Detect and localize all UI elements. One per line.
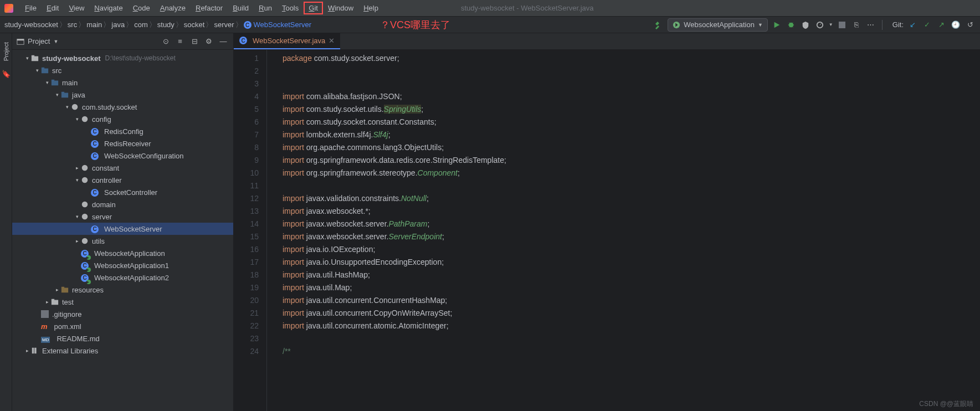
- code-line[interactable]: import org.springframework.stereotype.Co…: [283, 167, 506, 179]
- vcs-history-icon[interactable]: 🕘: [950, 19, 961, 30]
- editor-tab-active[interactable]: C WebSocketServer.java ✕: [234, 33, 340, 49]
- tree-node-resources[interactable]: ▸resources: [12, 284, 233, 296]
- code-line[interactable]: import java.util.concurrent.ConcurrentHa…: [283, 294, 506, 307]
- bookmarks-icon[interactable]: 🔖: [2, 70, 11, 78]
- tree-node-websocketapplication2[interactable]: C▶WebsocketApplication2: [12, 271, 233, 284]
- stop-button[interactable]: [837, 19, 848, 30]
- run-configuration-selector[interactable]: WebsocketApplication ▼: [668, 18, 768, 32]
- menu-item-refactor[interactable]: Refactor: [191, 2, 228, 14]
- select-opened-file-icon[interactable]: ⊙: [160, 36, 171, 47]
- tree-node-socketcontroller[interactable]: CSocketController: [12, 186, 233, 198]
- build-hammer-icon[interactable]: [653, 19, 664, 30]
- code-line[interactable]: import java.io.UnsupportedEncodingExcept…: [283, 256, 506, 269]
- tree-node-test[interactable]: ▸test: [12, 296, 233, 308]
- breadcrumb-segment[interactable]: src: [68, 20, 77, 29]
- code-line[interactable]: import java.util.concurrent.CopyOnWriteA…: [283, 307, 506, 320]
- breadcrumb-segment[interactable]: server: [214, 20, 234, 29]
- tree-arrow-icon[interactable]: ▸: [43, 299, 51, 305]
- tree-node-src[interactable]: ▾src: [12, 64, 233, 76]
- tree-arrow-icon[interactable]: ▾: [73, 177, 81, 183]
- expand-all-icon[interactable]: ≡: [175, 36, 186, 47]
- breadcrumb-segment[interactable]: com: [134, 20, 148, 29]
- collapse-all-icon[interactable]: ⊟: [189, 36, 200, 47]
- code-line[interactable]: import com.study.socket.utils.SpringUtil…: [283, 103, 506, 116]
- code-line[interactable]: import javax.validation.constraints.NotN…: [283, 192, 506, 205]
- tree-node-websocketserver[interactable]: CWebSocketServer: [12, 223, 233, 235]
- code-line[interactable]: /**: [283, 345, 506, 358]
- menu-item-view[interactable]: View: [64, 2, 89, 14]
- code-line[interactable]: import java.io.IOException;: [283, 243, 506, 256]
- tree-node-domain[interactable]: domain: [12, 198, 233, 210]
- code-editor[interactable]: 123456789101112131415161718192021222324 …: [234, 50, 980, 411]
- menu-item-analyze[interactable]: Analyze: [155, 2, 191, 14]
- run-button[interactable]: [771, 19, 782, 30]
- breadcrumb-segment[interactable]: java: [111, 20, 125, 29]
- tree-node-com-study-socket[interactable]: ▾com.study.socket: [12, 101, 233, 113]
- code-line[interactable]: import org.apache.commons.lang3.ObjectUt…: [283, 141, 506, 154]
- code-line[interactable]: package com.study.socket.server;: [283, 52, 506, 65]
- tree-node-utils[interactable]: ▸utils: [12, 235, 233, 247]
- tree-node-controller[interactable]: ▾controller: [12, 174, 233, 186]
- vcs-update-icon[interactable]: ↙: [907, 19, 918, 30]
- tree-node-main[interactable]: ▾main: [12, 76, 233, 89]
- tree-arrow-icon[interactable]: ▾: [53, 92, 61, 97]
- menu-item-navigate[interactable]: Navigate: [89, 2, 127, 14]
- code-line[interactable]: import lombok.extern.slf4j.Slf4j;: [283, 129, 506, 141]
- project-tree[interactable]: ▾study-websocketD:\test\study-websocket▾…: [12, 50, 233, 411]
- tree-arrow-icon[interactable]: ▾: [33, 68, 41, 73]
- tree-arrow-icon[interactable]: ▾: [63, 104, 71, 110]
- menu-item-window[interactable]: Window: [323, 2, 358, 14]
- breadcrumb-segment[interactable]: main: [86, 20, 102, 29]
- tree-arrow-icon[interactable]: ▸: [53, 287, 61, 292]
- code-line[interactable]: import java.util.Map;: [283, 281, 506, 294]
- code-line[interactable]: [283, 78, 506, 90]
- menu-item-code[interactable]: Code: [128, 2, 155, 14]
- tree-node-websocketapplication1[interactable]: C▶WebsocketApplication1: [12, 259, 233, 271]
- code-line[interactable]: [283, 179, 506, 192]
- tree-arrow-icon[interactable]: ▾: [73, 116, 81, 122]
- tree-node-readme-md[interactable]: MDREADME.md: [12, 332, 233, 345]
- profiler-button[interactable]: [814, 19, 825, 30]
- tree-arrow-icon[interactable]: ▾: [43, 80, 51, 85]
- close-tab-icon[interactable]: ✕: [329, 37, 335, 45]
- code-line[interactable]: import org.springframework.data.redis.co…: [283, 154, 506, 167]
- code-line[interactable]: import java.util.HashMap;: [283, 269, 506, 281]
- vcs-commit-icon[interactable]: ✓: [921, 19, 932, 30]
- menu-item-file[interactable]: File: [20, 2, 42, 14]
- coverage-button[interactable]: [800, 19, 811, 30]
- project-tool-tab[interactable]: Project: [2, 38, 11, 65]
- attach-button[interactable]: ⎘: [851, 19, 862, 30]
- tree-arrow-icon[interactable]: ▸: [73, 165, 81, 171]
- menu-item-build[interactable]: Build: [228, 2, 254, 14]
- code-line[interactable]: [283, 332, 506, 345]
- menu-item-help[interactable]: Help: [358, 2, 383, 14]
- code-line[interactable]: import javax.websocket.server.ServerEndp…: [283, 230, 506, 243]
- debug-button[interactable]: [786, 19, 797, 30]
- tree-node-constant[interactable]: ▸constant: [12, 162, 233, 174]
- hide-panel-icon[interactable]: —: [218, 36, 229, 47]
- menu-item-tools[interactable]: Tools: [277, 2, 304, 14]
- tree-node-config[interactable]: ▾config: [12, 113, 233, 125]
- settings-icon[interactable]: ⚙: [203, 36, 214, 47]
- tree-arrow-icon[interactable]: ▾: [73, 214, 81, 219]
- breadcrumb-segment[interactable]: study: [157, 20, 175, 29]
- tree-node-java[interactable]: ▾java: [12, 89, 233, 101]
- code-line[interactable]: import com.alibaba.fastjson.JSON;: [283, 90, 506, 103]
- tree-node-redisconfig[interactable]: CRedisConfig: [12, 125, 233, 137]
- tree-arrow-icon[interactable]: ▾: [23, 55, 31, 61]
- code-content[interactable]: package com.study.socket.server; import …: [267, 50, 506, 411]
- vcs-push-icon[interactable]: ↗: [936, 19, 947, 30]
- tree-arrow-icon[interactable]: ▸: [23, 348, 31, 353]
- code-line[interactable]: import javax.websocket.server.PathParam;: [283, 218, 506, 230]
- breadcrumb-segment[interactable]: study-websocket: [4, 20, 58, 29]
- vcs-rollback-icon[interactable]: ↺: [964, 19, 976, 30]
- tree-node-server[interactable]: ▾server: [12, 210, 233, 223]
- menu-item-edit[interactable]: Edit: [42, 2, 64, 14]
- tree-arrow-icon[interactable]: ▸: [73, 238, 81, 244]
- chevron-down-icon[interactable]: ▼: [53, 39, 58, 44]
- tree-node-pom-xml[interactable]: mpom.xml: [12, 320, 233, 332]
- code-line[interactable]: import com.study.socket.constant.Constan…: [283, 116, 506, 129]
- tree-node-external-libraries[interactable]: ▸External Libraries: [12, 345, 233, 357]
- tree-node-study-websocket[interactable]: ▾study-websocketD:\test\study-websocket: [12, 52, 233, 64]
- code-line[interactable]: [283, 65, 506, 78]
